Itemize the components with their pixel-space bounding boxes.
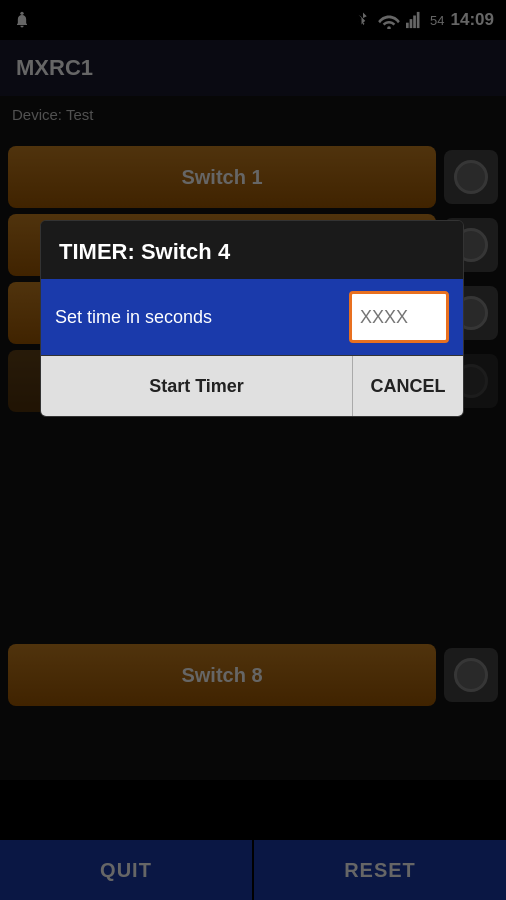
dialog-buttons: Start Timer CANCEL: [41, 355, 463, 416]
timer-input[interactable]: [349, 291, 449, 343]
timer-dialog: TIMER: Switch 4 Set time in seconds Star…: [40, 220, 464, 417]
start-timer-button[interactable]: Start Timer: [41, 356, 353, 416]
dialog-overlay: [0, 0, 506, 900]
dialog-input-row: Set time in seconds: [41, 279, 463, 355]
dialog-title: TIMER: Switch 4: [41, 221, 463, 279]
cancel-button[interactable]: CANCEL: [353, 356, 463, 416]
dialog-label: Set time in seconds: [55, 307, 337, 328]
